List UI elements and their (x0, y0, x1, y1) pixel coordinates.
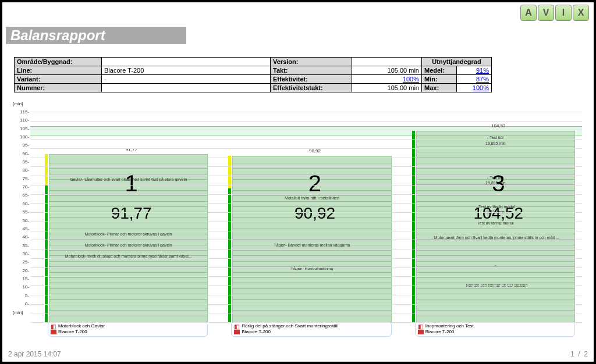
task-label: Gavlar- Låsmutter och svart plats med sp… (52, 177, 205, 181)
legend-top-text: Motorblock och Gavlar (58, 323, 105, 329)
station-1: Gavlar- Låsmutter och svart plats med sp… (48, 112, 215, 322)
report-header-table: Område/Byggnad: Version: Utnyttjandegrad… (14, 57, 492, 92)
y-tick: 65- (22, 192, 29, 198)
task-label: Motorblock- Pinnar och motorer skruvas i… (52, 243, 205, 247)
task-label: Tågen- Bandet monteras mellan väggarna (235, 243, 388, 247)
page-total: 2 (584, 350, 588, 358)
version-value (352, 58, 422, 66)
logo-x-button[interactable]: X (573, 5, 589, 21)
omrade-value (102, 58, 271, 66)
y-tick: 115- (20, 109, 29, 115)
axis-unit-top: [min] (13, 101, 23, 106)
bar-value-label: 104,52 (415, 123, 582, 129)
legend-bottom-text: Biacore T-200 (242, 329, 271, 335)
max-value[interactable]: 100% (457, 84, 492, 92)
station-legend: Motorblock och GavlarBiacore T-200 (48, 322, 208, 337)
y-tick: 90- (22, 151, 29, 156)
logo-a-button[interactable]: A (520, 5, 537, 21)
medel-value[interactable]: 91% (457, 66, 492, 75)
y-axis: [min] [min] 0-5-10-15-20-25-30-35-40-45-… (14, 107, 30, 322)
y-tick: 70- (22, 184, 29, 190)
bar-value-label: 91,77 (48, 147, 215, 152)
min-value[interactable]: 87% (457, 75, 492, 84)
station-bar[interactable]: - Test kör19,895 min- Test kör19,895 min… (416, 131, 575, 322)
y-tick: 30- (22, 251, 29, 256)
green-side-bar (45, 185, 48, 322)
plot-area: Gavlar- Låsmutter och svart plats med sp… (30, 112, 582, 322)
medel-label: Medel: (422, 66, 457, 75)
task-label: Motorblock- tryck dit plugg och montera … (52, 254, 205, 258)
report-footer: 2 apr 2015 14:07 1 / 2 (8, 350, 588, 358)
legend-top-text: Ihopmontering och Test (425, 323, 474, 329)
y-tick: 105- (20, 126, 29, 131)
variant-value: - (102, 75, 271, 84)
eff-label: Effektivitet: (271, 75, 352, 84)
omrade-label: Område/Byggnad: (15, 58, 102, 66)
takt-label: Takt: (271, 66, 352, 75)
min-label: Min: (422, 75, 457, 84)
station-icon (418, 324, 424, 329)
station-icon (51, 324, 56, 329)
y-tick: 55- (22, 209, 29, 215)
yellow-side-bar (228, 156, 231, 188)
legend-bottom-text: Biacore T-200 (58, 329, 87, 335)
max-label: Max: (422, 84, 457, 92)
bar-value-label: 90,92 (231, 148, 398, 154)
yellow-side-bar (45, 154, 48, 185)
pdf-icon (418, 330, 424, 334)
stations-container: Gavlar- Låsmutter och svart plats med sp… (30, 112, 582, 322)
efftakt-label: Effektivitetstakt: (271, 84, 352, 92)
y-tick: 100- (20, 134, 29, 140)
green-side-bar (412, 131, 415, 322)
y-tick: 50- (22, 218, 29, 223)
page-current: 1 (570, 350, 574, 358)
station-3: - Test kör19,895 min- Test kör19,895 min… (415, 112, 582, 322)
legend-bottom-text: Biacore T-200 (425, 329, 455, 335)
page-sep: / (578, 350, 580, 358)
green-side-bar (228, 188, 231, 322)
task-label: - Motorgavel, Arm och Svart kedja monter… (419, 235, 572, 240)
station-bar[interactable]: Metallbit hylla rätt i metallbitenTågen-… (232, 156, 391, 322)
y-tick: 60- (22, 201, 29, 206)
y-tick: 25- (22, 259, 29, 265)
y-tick: 5- (25, 293, 29, 298)
balance-chart: [min] [min] 0-5-10-15-20-25-30-35-40-45-… (14, 107, 582, 334)
y-tick: 40- (22, 234, 29, 240)
app-logo-buttons: A V I X (520, 5, 589, 21)
axis-unit-bottom: [min] (13, 310, 23, 315)
footer-pagination: 1 / 2 (570, 350, 588, 358)
y-tick: 80- (22, 167, 29, 173)
y-tick: 0- (25, 301, 29, 306)
station-legend: Rörlig del på stänger och Svart monterin… (231, 322, 391, 337)
station-legend: Ihopmontering och TestBiacore T-200 (415, 322, 575, 337)
y-tick: 45- (22, 226, 29, 231)
y-tick: 20- (22, 268, 29, 273)
y-tick: 10- (22, 284, 29, 290)
station-2: Metallbit hylla rätt i metallbitenTågen-… (231, 112, 398, 322)
footer-timestamp: 2 apr 2015 14:07 (8, 350, 61, 358)
logo-i-button[interactable]: I (555, 5, 572, 21)
efftakt-value: 105,00 min (352, 84, 422, 92)
util-label: Utnyttjandegrad (422, 58, 492, 66)
takt-value: 105,00 min (352, 66, 422, 75)
line-value: Biacore T-200 (102, 66, 271, 75)
station-icon (234, 324, 240, 329)
y-tick: 95- (22, 142, 29, 148)
nummer-value (102, 84, 271, 92)
report-title: Balansrapport (6, 27, 186, 44)
pdf-icon (51, 330, 56, 334)
logo-v-button[interactable]: V (538, 5, 554, 21)
eff-value[interactable]: 100% (352, 75, 422, 84)
version-label: Version: (271, 58, 352, 66)
y-tick: 110- (20, 117, 29, 123)
y-tick: 85- (22, 159, 29, 165)
task-label: Metallbit hylla rätt i metallbiten (235, 196, 388, 200)
station-bar[interactable]: Gavlar- Låsmutter och svart plats med sp… (49, 154, 208, 322)
line-label: Line: (15, 66, 102, 75)
y-tick: 35- (22, 243, 29, 248)
task-label: Motorblock- Pinnar och motorer skruvas i… (52, 232, 205, 236)
task-label: 19,895 min (419, 141, 572, 145)
pdf-icon (234, 330, 240, 334)
task-label: - Test av färdig modul (419, 205, 572, 209)
task-label: - (419, 263, 572, 267)
